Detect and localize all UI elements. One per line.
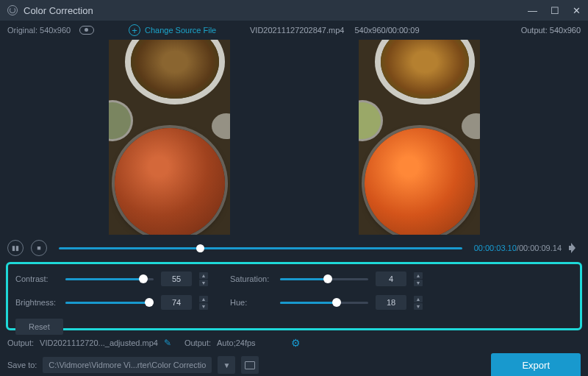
output-info-row: Output: VID2021112720..._adjusted.mp4 ✎ …	[0, 335, 588, 351]
contrast-input[interactable]	[161, 272, 192, 286]
app-icon	[7, 5, 18, 15]
source-dimensions-duration: 540x960/00:00:09	[354, 26, 419, 35]
current-time: 00:00:03.10	[474, 244, 517, 252]
adjustment-panel: Contrast: ▲▼ Saturation: ▲▼ Brightness: …	[6, 262, 582, 330]
saturation-up[interactable]: ▲	[414, 272, 423, 279]
close-button[interactable]: ✕	[573, 5, 581, 16]
total-time: /00:00:09.14	[517, 244, 562, 252]
brightness-down[interactable]: ▼	[199, 303, 208, 310]
saturation-down[interactable]: ▼	[414, 280, 423, 286]
header-left: Original: 540x960	[7, 26, 94, 35]
hue-up[interactable]: ▲	[414, 296, 423, 302]
titlebar-left: Color Correction	[7, 5, 93, 16]
pause-button[interactable]: ▮▮	[7, 240, 24, 256]
original-preview	[109, 40, 230, 235]
brightness-control: Brightness: ▲▼	[15, 295, 208, 310]
window-controls: — ☐ ✕	[528, 5, 581, 16]
export-button[interactable]: Export	[491, 353, 581, 377]
plus-circle-icon: +	[129, 24, 140, 36]
change-source-label: Change Source File	[145, 26, 216, 35]
brightness-label: Brightness:	[15, 298, 58, 307]
hue-down[interactable]: ▼	[414, 303, 423, 310]
volume-icon[interactable]	[569, 243, 581, 253]
timeline-slider[interactable]	[59, 247, 462, 249]
original-dimensions-label: Original: 540x960	[7, 26, 71, 35]
contrast-down[interactable]: ▼	[199, 280, 208, 286]
stop-button[interactable]: ■	[31, 240, 47, 256]
save-path-input[interactable]	[43, 357, 212, 373]
hue-input[interactable]	[376, 295, 406, 310]
brightness-up[interactable]: ▲	[199, 296, 208, 302]
brightness-slider[interactable]	[65, 302, 154, 304]
adjusted-preview	[359, 40, 480, 235]
browse-folder-button[interactable]	[241, 356, 259, 374]
save-row: Save to: ▼ Export	[0, 351, 588, 376]
hue-slider[interactable]	[280, 302, 368, 304]
header-bar: Original: 540x960 + Change Source File V…	[0, 21, 588, 40]
output-dimensions-label: Output: 540x960	[521, 26, 581, 35]
contrast-label: Contrast:	[15, 274, 58, 283]
preview-area	[0, 40, 588, 237]
edit-filename-icon[interactable]: ✎	[164, 338, 171, 348]
output-label-2: Output:	[184, 338, 211, 347]
hue-control: Hue: ▲▼	[230, 295, 423, 310]
file-info: VID20211127202847.mp4 540x960/00:00:09	[250, 26, 420, 35]
window-title: Color Correction	[24, 5, 93, 16]
contrast-up[interactable]: ▲	[199, 272, 208, 279]
saturation-slider[interactable]	[280, 278, 368, 280]
settings-gear-icon[interactable]: ⚙	[291, 337, 301, 349]
contrast-control: Contrast: ▲▼	[15, 272, 208, 286]
brightness-input[interactable]	[161, 295, 192, 310]
minimize-button[interactable]: —	[528, 5, 537, 16]
change-source-button[interactable]: + Change Source File	[129, 24, 216, 36]
hue-label: Hue:	[230, 298, 273, 307]
save-to-label: Save to:	[7, 361, 37, 369]
titlebar: Color Correction — ☐ ✕	[0, 0, 588, 21]
eye-icon[interactable]	[79, 26, 94, 35]
path-dropdown-button[interactable]: ▼	[218, 356, 235, 374]
source-filename: VID20211127202847.mp4	[250, 26, 344, 35]
saturation-input[interactable]	[376, 272, 406, 286]
saturation-label: Saturation:	[230, 274, 273, 283]
playback-bar: ▮▮ ■ 00:00:03.10/00:00:09.14	[0, 237, 588, 259]
contrast-slider[interactable]	[65, 278, 154, 280]
output-label-1: Output:	[7, 338, 34, 347]
output-format: Auto;24fps	[217, 338, 256, 347]
maximize-button[interactable]: ☐	[551, 5, 559, 16]
output-filename: VID2021112720..._adjusted.mp4	[40, 338, 158, 347]
saturation-control: Saturation: ▲▼	[230, 272, 423, 286]
reset-button[interactable]: Reset	[15, 319, 63, 335]
time-display: 00:00:03.10/00:00:09.14	[474, 244, 562, 252]
